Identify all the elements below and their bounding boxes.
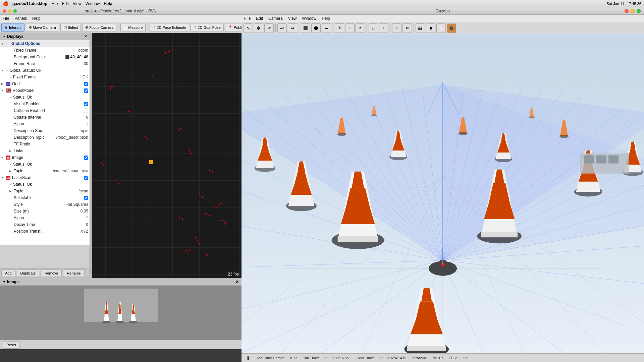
- apple-menu[interactable]: 🍎: [3, 1, 8, 6]
- rename-display-button[interactable]: Rename: [63, 269, 85, 277]
- bg-color-row[interactable]: Background Color 48; 48; 48: [0, 54, 90, 60]
- move-camera-button[interactable]: ✥ Move Camera: [26, 23, 59, 32]
- links-expand[interactable]: ▶: [9, 149, 13, 153]
- gz-snap-button[interactable]: ⊠: [402, 23, 412, 33]
- desc-topic-value[interactable]: /robot_description: [56, 135, 88, 140]
- 2d-goal-pose-button[interactable]: ↗ 2D Goal Pose: [191, 23, 223, 32]
- rviz-help-menu[interactable]: Help: [32, 16, 41, 21]
- fixed-frame-ok-row[interactable]: ✓ Fixed Frame OK: [0, 74, 90, 80]
- gz-wireframe-button[interactable]: ⬚: [369, 23, 378, 33]
- gz-video-button[interactable]: 🎬: [447, 23, 456, 33]
- laser-topic-row[interactable]: ▶ Topic /scan: [0, 188, 90, 194]
- publish-point-button[interactable]: 📍 Publish Point: [225, 23, 241, 32]
- alpha-row[interactable]: Alpha 1: [0, 121, 90, 127]
- position-transf-row[interactable]: Position Transf... XYZ: [0, 228, 90, 235]
- sys-window-menu[interactable]: Window: [86, 1, 100, 6]
- image-status-row[interactable]: ✓ Status: Ok: [0, 161, 90, 168]
- fixed-frame-row[interactable]: Fixed Frame odom: [0, 47, 90, 54]
- links-row[interactable]: ▶ Links: [0, 147, 90, 154]
- scan-alpha-value[interactable]: 1: [86, 216, 88, 220]
- scan-alpha-row[interactable]: Alpha 1: [0, 215, 90, 221]
- decay-time-value[interactable]: 0: [86, 222, 88, 227]
- gz-screenshot-button[interactable]: 📷: [416, 23, 425, 33]
- laser-status-row[interactable]: ✓ Status: Ok: [0, 181, 90, 188]
- displays-close-icon[interactable]: ✕: [84, 35, 87, 38]
- gazebo-file-menu[interactable]: File: [244, 16, 251, 21]
- image-topic-row[interactable]: ▶ Topic /camera/image_raw: [0, 168, 90, 174]
- displays-content[interactable]: ▼ Global Options Fixed Frame odom Backgr…: [0, 40, 90, 245]
- gazebo-edit-menu[interactable]: Edit: [256, 16, 263, 21]
- desc-source-value[interactable]: Topic: [79, 128, 88, 133]
- style-row[interactable]: Style Flat Squares: [0, 201, 90, 208]
- rviz-maximize-button[interactable]: [13, 9, 17, 13]
- image-topic-value[interactable]: /camera/image_raw: [53, 169, 88, 173]
- app-name-menu[interactable]: gazebo11.desktop: [12, 1, 47, 6]
- gazebo-viewport[interactable]: [241, 34, 644, 353]
- pause-button[interactable]: ⏸: [246, 355, 250, 361]
- sys-edit-menu[interactable]: Edit: [62, 1, 69, 6]
- gz-spot-light-button[interactable]: ⊙: [345, 23, 355, 33]
- visual-enabled-row[interactable]: Visual Enabled: [0, 101, 90, 107]
- gz-redo-button[interactable]: ↪: [288, 23, 297, 33]
- gz-undo-button[interactable]: ↩: [277, 23, 287, 33]
- measure-button[interactable]: — Measure: [120, 23, 146, 32]
- rviz-minimize-button[interactable]: [8, 9, 11, 13]
- gz-box-button[interactable]: ⬛: [301, 23, 310, 33]
- grid-checkbox[interactable]: [84, 82, 88, 86]
- update-interval-value[interactable]: 0: [86, 115, 88, 120]
- image-checkbox[interactable]: [84, 156, 88, 160]
- visual-enabled-checkbox[interactable]: [84, 102, 88, 106]
- gz-plot-button[interactable]: 📈: [436, 23, 446, 33]
- desc-source-row[interactable]: Description Sou... Topic: [0, 127, 90, 134]
- position-transf-value[interactable]: XYZ: [80, 229, 88, 234]
- gz-record-button[interactable]: ⏺: [426, 23, 435, 33]
- gazebo-close-button[interactable]: [625, 9, 629, 13]
- image-topic-expand[interactable]: ▶: [9, 170, 13, 173]
- laser-scan-row[interactable]: ▼ La LaserScan: [0, 174, 90, 181]
- selectable-checkbox[interactable]: [84, 196, 88, 200]
- gazebo-view-menu[interactable]: View: [288, 16, 297, 21]
- sys-file-menu[interactable]: File: [51, 1, 58, 6]
- global-options-row[interactable]: ▼ Global Options: [0, 40, 90, 47]
- gazebo-camera-menu[interactable]: Camera: [268, 16, 283, 21]
- rviz-panels-menu[interactable]: Panels: [14, 16, 27, 21]
- 2d-pose-estimate-button[interactable]: ↗ 2D Pose Estimate: [150, 23, 189, 32]
- rviz-file-menu[interactable]: File: [3, 16, 9, 21]
- bg-color-value[interactable]: 48; 48; 48: [70, 55, 88, 59]
- robot-status-row[interactable]: ✓ Status: Ok: [0, 94, 90, 101]
- gazebo-window-menu[interactable]: Window: [302, 16, 317, 21]
- laser-topic-expand[interactable]: ▶: [9, 190, 13, 193]
- gazebo-minimize-button[interactable]: [631, 9, 635, 13]
- gazebo-help-menu[interactable]: Help: [322, 16, 330, 21]
- size-m-value[interactable]: 0.05: [80, 209, 88, 214]
- displays-expand-icon[interactable]: ▼: [3, 35, 6, 38]
- selectable-row[interactable]: Selectable: [0, 194, 90, 201]
- grid-row[interactable]: ▶ Gr Grid: [0, 80, 90, 87]
- laser-scan-checkbox[interactable]: [84, 176, 88, 180]
- style-value[interactable]: Flat Squares: [65, 202, 88, 207]
- image-panel-close[interactable]: ✕: [235, 280, 239, 284]
- grid-expand[interactable]: ▶: [1, 82, 5, 85]
- remove-display-button[interactable]: Remove: [41, 269, 62, 277]
- laser-scan-expand[interactable]: ▼: [1, 176, 5, 179]
- global-status-row[interactable]: ▼ ✓ Global Status: Ok: [0, 67, 90, 74]
- size-m-row[interactable]: Size (m) 0.05: [0, 208, 90, 215]
- update-interval-row[interactable]: Update Interval 0: [0, 114, 90, 121]
- focus-camera-button[interactable]: ⊕ Focus Camera: [82, 23, 116, 32]
- global-options-expand[interactable]: ▼: [1, 42, 5, 45]
- gz-align-button[interactable]: ⊞: [392, 23, 401, 33]
- rviz-close-button[interactable]: [3, 9, 6, 13]
- alpha-value[interactable]: 1: [86, 122, 88, 126]
- image-panel-expand[interactable]: ▼: [3, 280, 6, 284]
- laser-topic-value[interactable]: /scan: [78, 189, 88, 193]
- collision-enabled-checkbox[interactable]: [84, 109, 88, 113]
- gz-point-light-button[interactable]: ✳: [335, 23, 344, 33]
- robot-model-expand[interactable]: ▼: [1, 89, 5, 92]
- interact-button[interactable]: 🖱 Interact: [1, 23, 24, 32]
- desc-topic-row[interactable]: Description Topic /robot_description: [0, 134, 90, 141]
- select-button[interactable]: ▢ Select: [60, 23, 81, 32]
- rviz-wm-buttons[interactable]: [3, 9, 17, 13]
- sys-help-menu[interactable]: Help: [104, 1, 112, 6]
- frame-rate-row[interactable]: Frame Rate 30: [0, 60, 90, 67]
- gazebo-maximize-button[interactable]: [637, 9, 641, 13]
